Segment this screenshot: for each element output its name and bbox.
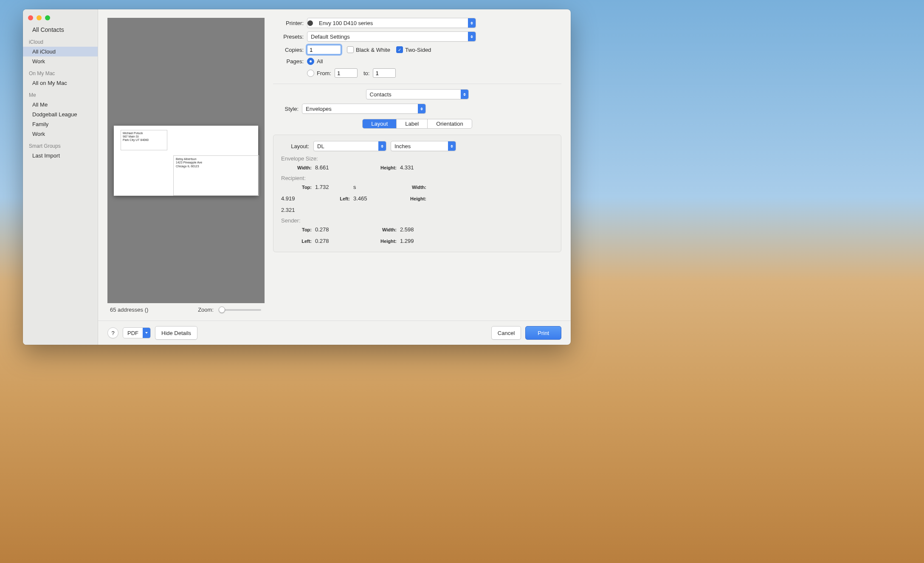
close-button[interactable] xyxy=(28,15,33,20)
envelope-recipient-box[interactable]: Betsy Albertson 1423 Pineapple Ave Chica… xyxy=(173,155,259,196)
cancel-button[interactable]: Cancel xyxy=(491,326,521,340)
pdf-menu-button[interactable]: PDF xyxy=(123,327,151,338)
sender-line2: 987 Main St xyxy=(123,135,165,138)
send-left-label: Left: xyxy=(281,239,315,244)
app-section-value: Contacts xyxy=(366,91,461,98)
recip-height-label: Height: xyxy=(400,196,430,201)
recipient-header: Recipient: xyxy=(281,175,553,181)
printer-icon xyxy=(307,20,313,26)
units-value: Inches xyxy=(391,143,448,149)
recip-width-label: Width: xyxy=(400,185,430,190)
recip-height-value: 2.321 xyxy=(281,207,315,213)
print-button[interactable]: Print xyxy=(525,326,561,340)
envelope-preview: Michael Potuck 987 Main St Park City UT … xyxy=(114,126,258,196)
copies-label: Copies: xyxy=(273,47,307,53)
pages-from-label: From: xyxy=(317,70,331,76)
sidebar-item[interactable]: Work xyxy=(23,56,98,66)
tab-label[interactable]: Label xyxy=(397,119,428,128)
printer-label: Printer: xyxy=(273,20,307,26)
sidebar-item[interactable]: All Me xyxy=(23,100,98,110)
sidebar-item[interactable]: All on My Mac xyxy=(23,78,98,88)
sidebar-item[interactable]: Dodgeball League xyxy=(23,110,98,119)
sidebar-header: On My Mac xyxy=(23,69,98,78)
bw-label: Black & White xyxy=(356,47,390,53)
layout-panel: Layout: DL Inches Envelope Size: Width: … xyxy=(273,135,561,252)
sidebar-all-contacts[interactable]: All Contacts xyxy=(23,25,98,35)
style-value: Envelopes xyxy=(302,106,418,112)
tab-orientation[interactable]: Orientation xyxy=(428,119,472,128)
env-height-value: 4.331 xyxy=(400,164,430,171)
pages-range-radio[interactable] xyxy=(307,70,314,77)
two-sided-label: Two-Sided xyxy=(405,47,431,53)
recip-left-label: Left: xyxy=(315,196,353,201)
sidebar-header: iCloud xyxy=(23,37,98,47)
printer-select[interactable]: Envy 100 D410 series xyxy=(307,18,476,28)
presets-select[interactable]: Default Settings xyxy=(307,31,476,42)
dialog-main: Michael Potuck 987 Main St Park City UT … xyxy=(98,9,571,345)
sender-header: Sender: xyxy=(281,217,553,224)
env-width-label: Width: xyxy=(281,165,315,170)
recip-left-value: 3.465 xyxy=(353,195,400,202)
preview-surface: Michael Potuck 987 Main St Park City UT … xyxy=(107,18,265,303)
presets-label: Presets: xyxy=(273,34,307,40)
layout-select[interactable]: DL xyxy=(313,141,386,151)
window-controls xyxy=(23,12,98,25)
dialog-footer: ? PDF Hide Details Cancel Print xyxy=(98,321,571,345)
send-height-value: 1.299 xyxy=(400,238,430,244)
two-sided-checkbox[interactable]: ✓ xyxy=(396,46,403,53)
recip-width-value: 4.919 xyxy=(281,195,315,202)
settings-column: Printer: Envy 100 D410 series Presets: D… xyxy=(273,18,561,316)
layout-value: DL xyxy=(314,143,378,149)
recip-top-label: Top: xyxy=(281,185,315,190)
send-top-value: 0.278 xyxy=(315,226,353,233)
print-dialog-window: All Contacts iCloudAll iCloudWorkOn My M… xyxy=(23,9,571,345)
pages-to-label: to: xyxy=(363,70,369,76)
sidebar-item[interactable]: Family xyxy=(23,119,98,129)
chevron-down-icon xyxy=(143,328,150,338)
recip-name: Betsy Albertson xyxy=(176,158,256,161)
send-width-value: 2.598 xyxy=(400,226,430,233)
sidebar-item[interactable]: Work xyxy=(23,129,98,139)
printer-value: Envy 100 D410 series xyxy=(316,20,468,26)
send-width-label: Width: xyxy=(353,227,400,232)
preview-status: 65 addresses () xyxy=(110,307,148,313)
copies-input[interactable] xyxy=(307,45,341,54)
sidebar-header: Smart Groups xyxy=(23,141,98,151)
style-tabs: Layout Label Orientation xyxy=(362,119,472,129)
sender-name: Michael Potuck xyxy=(123,132,165,135)
recip-line3: Chicago IL 60123 xyxy=(176,165,256,169)
contacts-sidebar: All Contacts iCloudAll iCloudWorkOn My M… xyxy=(23,9,98,345)
send-left-value: 0.278 xyxy=(315,238,353,244)
presets-value: Default Settings xyxy=(307,34,468,40)
sidebar-item[interactable]: All iCloud xyxy=(23,47,98,56)
zoom-button[interactable] xyxy=(45,15,50,20)
pages-to-input[interactable] xyxy=(373,68,396,78)
sidebar-header: Me xyxy=(23,90,98,100)
pages-from-input[interactable] xyxy=(335,68,358,78)
minimize-button[interactable] xyxy=(37,15,42,20)
send-height-label: Height: xyxy=(353,239,400,244)
recip-top-value: 1.732 xyxy=(315,184,353,190)
app-section-select[interactable]: Contacts xyxy=(366,89,469,99)
help-button[interactable]: ? xyxy=(107,327,118,338)
pdf-label: PDF xyxy=(123,328,143,338)
envelope-size-header: Envelope Size: xyxy=(281,155,553,162)
env-height-label: Height: xyxy=(353,165,400,170)
send-top-label: Top: xyxy=(281,227,315,232)
layout-label: Layout: xyxy=(281,143,309,149)
pages-all-radio[interactable] xyxy=(307,58,314,65)
bw-checkbox[interactable] xyxy=(347,46,354,53)
sidebar-item[interactable]: Last Import xyxy=(23,151,98,160)
recip-line2: 1423 Pineapple Ave xyxy=(176,161,256,165)
tab-layout[interactable]: Layout xyxy=(363,119,397,128)
style-select[interactable]: Envelopes xyxy=(302,104,426,114)
pages-label: Pages: xyxy=(273,58,307,65)
zoom-label: Zoom: xyxy=(198,307,214,313)
zoom-slider[interactable] xyxy=(219,309,261,311)
env-width-value: 8.661 xyxy=(315,164,353,171)
units-select[interactable]: Inches xyxy=(391,141,456,151)
sender-line3: Park City UT 84060 xyxy=(123,138,165,142)
hide-details-button[interactable]: Hide Details xyxy=(155,326,197,340)
pages-all-label: All xyxy=(317,58,323,65)
envelope-sender-box[interactable]: Michael Potuck 987 Main St Park City UT … xyxy=(121,130,167,150)
